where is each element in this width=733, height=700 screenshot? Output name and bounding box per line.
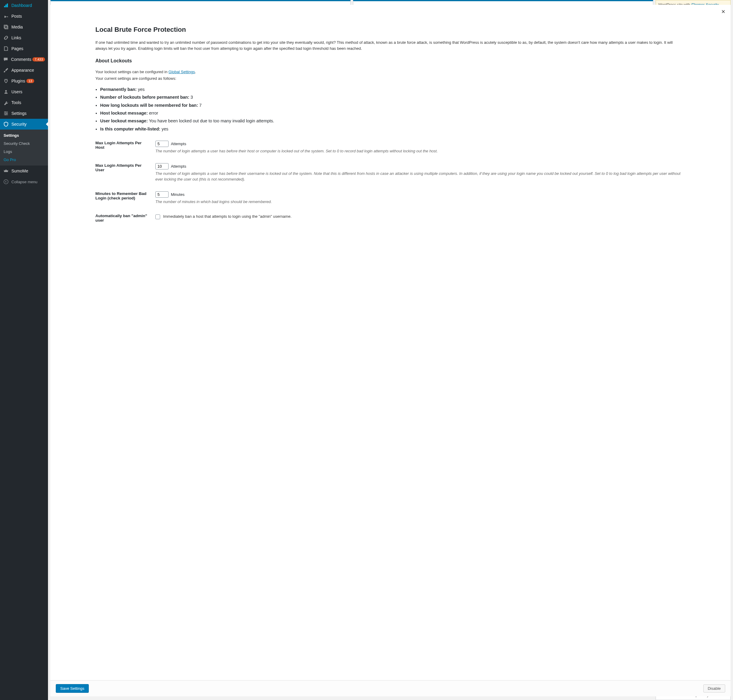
- save-settings-button[interactable]: Save Settings: [56, 684, 89, 693]
- plug-icon: [3, 78, 9, 84]
- sidebar-item-sumome[interactable]: SumoMe: [0, 166, 48, 176]
- sidebar-item-label: Pages: [12, 46, 24, 51]
- link-icon: [3, 35, 9, 41]
- sidebar-item-plugins[interactable]: Plugins 13: [0, 76, 48, 86]
- sidebar-item-label: Tools: [12, 100, 21, 105]
- field-help: The number of minutes in which bad login…: [155, 199, 683, 205]
- svg-point-0: [5, 90, 7, 92]
- collapse-icon: [3, 179, 9, 185]
- admin-sidebar: Dashboard Posts Media Links Pages Commen…: [0, 0, 48, 700]
- sidebar-item-pages[interactable]: Pages: [0, 43, 48, 54]
- modal-body: Local Brute Force Protection If one had …: [50, 5, 731, 680]
- sidebar-item-label: Plugins: [12, 79, 25, 83]
- sidebar-item-media[interactable]: Media: [0, 22, 48, 32]
- collapse-label: Collapse menu: [12, 179, 37, 184]
- sidebar-item-appearance[interactable]: Appearance: [0, 65, 48, 76]
- unit-label: Attempts: [171, 141, 186, 146]
- sidebar-item-label: Appearance: [12, 68, 34, 73]
- list-item: Host lockout message: error: [100, 110, 683, 116]
- about-line-1: Your lockout settings can be configured …: [96, 69, 683, 75]
- unit-label: Attempts: [171, 164, 186, 169]
- field-ban-admin: Automatically ban "admin" user Immediate…: [96, 213, 683, 222]
- collapse-menu-button[interactable]: Collapse menu: [0, 176, 48, 187]
- wrench-icon: [3, 100, 9, 106]
- dashboard-icon: [3, 2, 9, 9]
- field-help: The number of login attempts a user has …: [155, 148, 683, 154]
- ban-admin-checkbox[interactable]: [155, 215, 160, 219]
- max-user-input[interactable]: [155, 163, 169, 169]
- submenu-security-check[interactable]: Security Check: [0, 140, 48, 147]
- users-icon: [3, 89, 9, 95]
- sidebar-item-security[interactable]: Security: [0, 119, 48, 129]
- sidebar-item-label: Posts: [12, 14, 22, 19]
- modal-title: Local Brute Force Protection: [96, 26, 683, 34]
- unit-label: Minutes: [171, 192, 185, 197]
- sidebar-item-posts[interactable]: Posts: [0, 11, 48, 22]
- sidebar-item-dashboard[interactable]: Dashboard: [0, 0, 48, 11]
- about-lockouts-heading: About Lockouts: [96, 58, 683, 63]
- sidebar-item-label: Security: [12, 122, 27, 126]
- list-item: How long lockouts will be remembered for…: [100, 102, 683, 109]
- sliders-icon: [3, 110, 9, 116]
- sidebar-item-label: Settings: [12, 111, 27, 116]
- field-label: Max Login Attempts Per Host: [96, 141, 155, 154]
- crown-icon: [3, 168, 9, 174]
- modal-intro: If one had unlimited time and wanted to …: [96, 40, 683, 51]
- field-label: Automatically ban "admin" user: [96, 213, 155, 222]
- brush-icon: [3, 67, 9, 73]
- svg-point-2: [6, 113, 7, 114]
- lockout-summary-list: Permanently ban: yes Number of lockouts …: [100, 86, 683, 132]
- field-label: Max Login Attempts Per User: [96, 163, 155, 182]
- sidebar-item-comments[interactable]: Comments 7,433: [0, 54, 48, 65]
- field-max-login-user: Max Login Attempts Per User Attempts The…: [96, 163, 683, 182]
- settings-modal: × Local Brute Force Protection If one ha…: [50, 5, 731, 696]
- ban-admin-cb-label[interactable]: Immediately ban a host that attempts to …: [155, 214, 291, 219]
- shield-icon: [3, 121, 9, 127]
- sidebar-item-label: Links: [12, 35, 21, 40]
- list-item: Number of lockouts before permanent ban:…: [100, 94, 683, 100]
- content-area: Security Check Global Settings WordPress…: [48, 0, 733, 700]
- sidebar-item-tools[interactable]: Tools: [0, 97, 48, 108]
- modal-close-button[interactable]: ×: [719, 7, 728, 17]
- svg-point-1: [5, 112, 6, 113]
- field-minutes-remember: Minutes to Remember Bad Login (check per…: [96, 191, 683, 205]
- sidebar-item-users[interactable]: Users: [0, 86, 48, 97]
- security-submenu: Settings Security Check Logs Go Pro: [0, 129, 48, 166]
- pin-icon: [3, 13, 9, 19]
- close-icon: ×: [721, 8, 725, 15]
- sidebar-item-label: Comments: [11, 57, 31, 62]
- sidebar-item-label: Users: [12, 90, 22, 94]
- submenu-settings[interactable]: Settings: [0, 131, 48, 140]
- media-icon: [3, 24, 9, 30]
- list-item: User lockout message: You have been lock…: [100, 118, 683, 124]
- pages-icon: [3, 46, 9, 51]
- sidebar-item-label: SumoMe: [12, 169, 28, 174]
- disable-button[interactable]: Disable: [703, 684, 725, 693]
- list-item: Permanently ban: yes: [100, 86, 683, 93]
- modal-footer: Save Settings Disable: [50, 680, 731, 696]
- comments-icon: [3, 56, 9, 62]
- global-settings-link[interactable]: Global Settings: [169, 69, 195, 74]
- svg-point-4: [4, 179, 8, 184]
- field-max-login-host: Max Login Attempts Per Host Attempts The…: [96, 141, 683, 154]
- sidebar-item-label: Media: [12, 25, 23, 29]
- sidebar-item-links[interactable]: Links: [0, 32, 48, 43]
- about-line-2: Your current settings are configured as …: [96, 76, 683, 82]
- checkbox-text: Immediately ban a host that attempts to …: [163, 214, 291, 219]
- sidebar-item-label: Dashboard: [12, 3, 32, 8]
- sidebar-item-settings[interactable]: Settings: [0, 108, 48, 119]
- submenu-logs[interactable]: Logs: [0, 147, 48, 156]
- submenu-go-pro[interactable]: Go Pro: [0, 156, 48, 164]
- svg-point-3: [5, 114, 6, 115]
- max-host-input[interactable]: [155, 141, 169, 147]
- field-label: Minutes to Remember Bad Login (check per…: [96, 191, 155, 205]
- plugins-count-badge: 13: [26, 79, 34, 83]
- minutes-input[interactable]: [155, 191, 169, 198]
- field-help: The number of login attempts a user has …: [155, 171, 683, 182]
- comments-count-badge: 7,433: [32, 57, 45, 62]
- list-item: Is this computer white-listed: yes: [100, 126, 683, 132]
